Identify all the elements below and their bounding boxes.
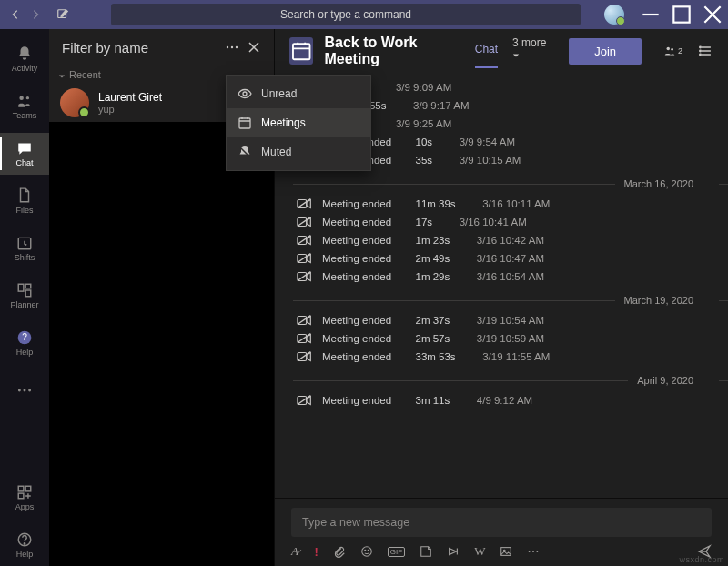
tab-more[interactable]: 3 more bbox=[512, 36, 547, 66]
camera-off-icon bbox=[297, 314, 313, 327]
people-icon bbox=[663, 45, 676, 57]
compose-placeholder: Type a new message bbox=[302, 516, 410, 529]
dropdown-item-muted[interactable]: Muted bbox=[227, 137, 370, 167]
camera-off-icon bbox=[297, 394, 313, 407]
rail-teams[interactable]: Teams bbox=[0, 86, 49, 127]
rail-planner[interactable]: Planner bbox=[0, 275, 49, 317]
camera-off-icon bbox=[297, 252, 313, 265]
attribution: wsxdn.com bbox=[679, 555, 724, 564]
more-options-icon[interactable] bbox=[225, 40, 239, 55]
meeting-timestamp: 3/19 10:59 AM bbox=[477, 333, 544, 344]
svg-rect-5 bbox=[18, 284, 24, 291]
format-icon[interactable]: A⁄ bbox=[291, 544, 299, 559]
rail-activity[interactable]: Activity bbox=[0, 38, 49, 80]
image-icon[interactable] bbox=[500, 545, 512, 558]
meeting-ended-row: Meeting ended 2m 37s 3/19 10:54 AM bbox=[293, 311, 728, 329]
meeting-timestamp: 3/9 9:17 AM bbox=[413, 100, 469, 111]
meeting-ended-row: Meeting ended 3m 11s 4/9 9:12 AM bbox=[293, 391, 728, 409]
eye-icon bbox=[238, 86, 252, 101]
sticker-icon[interactable] bbox=[420, 545, 432, 558]
svg-rect-6 bbox=[25, 284, 31, 288]
close-window-button[interactable] bbox=[701, 3, 724, 26]
titlebar: Search or type a command bbox=[0, 0, 728, 29]
svg-point-18 bbox=[227, 46, 228, 48]
current-user-avatar[interactable] bbox=[604, 5, 624, 25]
meeting-duration: 2m 49s bbox=[415, 253, 450, 264]
meeting-duration: 1m 29s bbox=[415, 271, 450, 282]
camera-off-icon bbox=[297, 197, 313, 210]
meeting-text: Meeting ended bbox=[322, 198, 391, 209]
rail-label: Help bbox=[16, 348, 34, 357]
dropdown-label: Unread bbox=[261, 87, 297, 100]
back-icon[interactable] bbox=[9, 8, 22, 21]
rail-label: Chat bbox=[15, 158, 33, 167]
rail-files[interactable]: Files bbox=[0, 180, 49, 222]
rail-apps[interactable]: Apps bbox=[0, 477, 49, 519]
tab-chat[interactable]: Chat bbox=[475, 43, 498, 59]
date-label: March 19, 2020 bbox=[624, 295, 710, 306]
meeting-timestamp: 3/16 10:42 AM bbox=[477, 235, 544, 246]
list-view-icon[interactable] bbox=[699, 43, 713, 59]
camera-off-icon bbox=[297, 332, 313, 345]
conversation-header: Back to Work Meeting Chat 3 more Join 2 bbox=[275, 29, 728, 73]
emoji-icon[interactable] bbox=[360, 545, 373, 558]
rail-more[interactable] bbox=[0, 369, 49, 411]
camera-off-icon bbox=[297, 234, 313, 247]
date-divider: March 19, 2020 bbox=[293, 295, 728, 306]
meeting-text: Meeting ended bbox=[322, 235, 391, 246]
meeting-duration: 11m 39s bbox=[415, 198, 455, 209]
meeting-duration: 33m 53s bbox=[415, 351, 455, 362]
meeting-text: Meeting ended bbox=[322, 271, 391, 282]
dropdown-item-meetings[interactable]: Meetings bbox=[227, 108, 370, 137]
date-divider: March 16, 2020 bbox=[293, 178, 728, 189]
svg-rect-15 bbox=[18, 493, 24, 499]
important-icon[interactable]: ! bbox=[314, 545, 318, 559]
meeting-duration: 3m 11s bbox=[415, 395, 450, 406]
filter-title[interactable]: Filter by name bbox=[62, 40, 217, 56]
compose-icon[interactable] bbox=[56, 8, 69, 21]
help-circle-icon: ? bbox=[16, 329, 33, 346]
rail-label: Files bbox=[15, 206, 33, 215]
muted-bell-icon bbox=[238, 145, 252, 159]
more-tools-icon[interactable] bbox=[527, 545, 540, 558]
date-label: April 9, 2020 bbox=[637, 375, 710, 386]
filter-dropdown: Unread Meetings Muted bbox=[226, 75, 371, 171]
rail-help[interactable]: Help bbox=[0, 524, 49, 566]
planner-icon bbox=[16, 282, 33, 298]
stream-icon[interactable] bbox=[447, 545, 460, 558]
svg-point-2 bbox=[19, 96, 24, 100]
rail-help-alt[interactable]: ? Help bbox=[0, 322, 49, 364]
rail-label: Teams bbox=[13, 111, 37, 120]
svg-rect-22 bbox=[239, 118, 250, 128]
svg-rect-7 bbox=[25, 290, 31, 297]
meeting-duration: 17s bbox=[415, 217, 432, 227]
teams-icon bbox=[16, 93, 33, 109]
attach-icon[interactable] bbox=[333, 545, 346, 558]
gif-icon[interactable]: GIF bbox=[388, 547, 405, 557]
meeting-timestamp: 3/16 10:54 AM bbox=[477, 271, 544, 282]
meeting-text: Meeting ended bbox=[322, 253, 391, 264]
rail-shifts[interactable]: Shifts bbox=[0, 227, 49, 269]
compose-input[interactable]: Type a new message bbox=[291, 508, 712, 537]
svg-point-26 bbox=[700, 46, 702, 48]
rail-chat[interactable]: Chat bbox=[0, 133, 49, 175]
chat-item-preview: yup bbox=[98, 104, 162, 115]
chevron-down-icon bbox=[58, 71, 66, 78]
maximize-button[interactable] bbox=[670, 3, 693, 26]
svg-point-49 bbox=[532, 551, 534, 552]
help-icon bbox=[16, 531, 33, 548]
join-button[interactable]: Join bbox=[569, 38, 642, 65]
meeting-ended-row: Meeting ended 33m 53s 3/19 11:55 AM bbox=[293, 348, 728, 366]
minimize-button[interactable] bbox=[639, 3, 662, 26]
svg-point-44 bbox=[365, 550, 366, 551]
dropdown-item-unread[interactable]: Unread bbox=[227, 79, 370, 108]
rail-label: Help bbox=[16, 550, 34, 559]
search-input[interactable]: Search or type a command bbox=[111, 4, 581, 25]
wiki-icon[interactable]: W bbox=[474, 544, 485, 559]
meeting-ended-row: Meeting ended 17s 3/16 10:41 AM bbox=[293, 213, 728, 231]
calendar-icon bbox=[238, 116, 252, 130]
meeting-timestamp: 3/9 10:15 AM bbox=[460, 155, 521, 166]
forward-icon[interactable] bbox=[29, 8, 42, 21]
close-filter-icon[interactable] bbox=[247, 40, 261, 55]
participants-badge[interactable]: 2 bbox=[663, 45, 682, 57]
